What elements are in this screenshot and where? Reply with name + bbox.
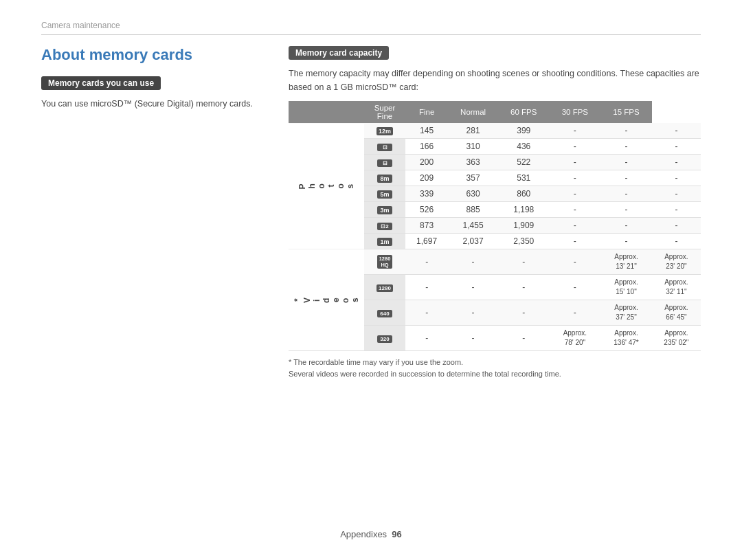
cell-fine: -: [448, 275, 498, 300]
cell-60fps: -: [550, 249, 601, 275]
cell-60fps: -: [550, 234, 601, 249]
left-body-text: You can use microSD™ (Secure Digital) me…: [41, 97, 261, 111]
left-section-badge: Memory cards you can use: [41, 76, 161, 90]
cell-30fps: -: [600, 234, 652, 249]
icon-cell: ⊡: [364, 139, 405, 155]
cell-sf: 209: [405, 170, 448, 186]
cell-30fps: -: [600, 186, 652, 202]
cell-normal: 1,198: [498, 202, 550, 218]
icon-cell: ⊟: [364, 155, 405, 170]
cell-60fps: -: [550, 170, 601, 186]
col-header-30fps: 30 FPS: [550, 101, 601, 123]
cell-fine: 1,455: [448, 218, 498, 234]
page-number: 96: [392, 529, 401, 539]
cell-sf: 873: [405, 218, 448, 234]
cell-30fps: -: [600, 202, 652, 218]
cell-sf: 1,697: [405, 234, 448, 249]
cell-sf: -: [405, 326, 448, 351]
cell-30fps: Approx.136' 47*: [600, 326, 652, 351]
breadcrumb-text: Camera maintenance: [41, 21, 120, 30]
cell-fine: -: [448, 300, 498, 326]
cell-60fps: -: [550, 186, 601, 202]
cell-60fps: -: [550, 300, 601, 326]
col-header-60fps: 60 FPS: [498, 101, 550, 123]
cell-normal: -: [498, 249, 550, 275]
cell-sf: 200: [405, 155, 448, 170]
capacity-table: Super Fine Fine Normal 60 FPS 30 FPS 15 …: [289, 101, 701, 351]
cell-60fps: -: [550, 202, 601, 218]
footer-note-1: * The recordable time may vary if you us…: [289, 357, 701, 368]
cell-normal: 860: [498, 186, 550, 202]
cell-normal: -: [498, 326, 550, 351]
cell-fine: 281: [448, 123, 498, 139]
cell-15fps: -: [652, 139, 701, 155]
cell-normal: 436: [498, 139, 550, 155]
cell-sf: 145: [405, 123, 448, 139]
cell-15fps: Approx.32' 11": [652, 275, 701, 300]
cell-sf: -: [405, 249, 448, 275]
cell-sf: 166: [405, 139, 448, 155]
cell-30fps: Approx.37' 25": [600, 300, 652, 326]
cell-30fps: -: [600, 155, 652, 170]
cell-fine: 885: [448, 202, 498, 218]
cell-normal: -: [498, 300, 550, 326]
icon-cell: 320: [364, 326, 405, 351]
cell-sf: 339: [405, 186, 448, 202]
cell-fine: -: [448, 249, 498, 275]
photos-group-label: Photos: [289, 123, 364, 249]
videos-group-label: *Videos: [289, 249, 364, 351]
col-header-sf: Super Fine: [364, 101, 405, 123]
cell-15fps: -: [652, 234, 701, 249]
cell-30fps: -: [600, 123, 652, 139]
cell-60fps: -: [550, 218, 601, 234]
icon-cell: 640: [364, 300, 405, 326]
footer-note-2: Several videos were recorded in successi…: [289, 368, 701, 380]
cell-normal: 522: [498, 155, 550, 170]
right-panel: Memory card capacity The memory capacity…: [289, 46, 701, 379]
appendixes-label: Appendixes: [340, 529, 387, 539]
cell-sf: -: [405, 275, 448, 300]
cell-15fps: -: [652, 155, 701, 170]
cell-30fps: -: [600, 170, 652, 186]
cell-sf: 526: [405, 202, 448, 218]
col-header-normal: Normal: [448, 101, 498, 123]
icon-cell: 12m: [364, 123, 405, 139]
col-header-fine: Fine: [405, 101, 448, 123]
cell-15fps: Approx.235' 02": [652, 326, 701, 351]
icon-cell: 5m: [364, 186, 405, 202]
cell-60fps: -: [550, 139, 601, 155]
icon-cell: 1m: [364, 234, 405, 249]
cell-15fps: Approx.66' 45": [652, 300, 701, 326]
col-header-15fps: 15 FPS: [600, 101, 652, 123]
cell-30fps: Approx.13' 21": [600, 249, 652, 275]
icon-cell: ⊡2: [364, 218, 405, 234]
table-row: *Videos 1280HQ - - - - Approx.13' 21" Ap…: [289, 249, 701, 275]
table-row: Photos 12m 145 281 399 - - -: [289, 123, 701, 139]
cell-normal: 1,909: [498, 218, 550, 234]
col-header-size: [289, 101, 364, 123]
page-title: About memory cards: [41, 46, 261, 64]
cell-fine: 310: [448, 139, 498, 155]
cell-sf: -: [405, 300, 448, 326]
cell-normal: -: [498, 275, 550, 300]
cell-30fps: -: [600, 139, 652, 155]
right-intro-text: The memory capacity may differ depending…: [289, 67, 701, 94]
cell-15fps: -: [652, 170, 701, 186]
cell-normal: 2,350: [498, 234, 550, 249]
right-section-badge: Memory card capacity: [289, 46, 389, 60]
cell-fine: -: [448, 326, 498, 351]
cell-normal: 399: [498, 123, 550, 139]
icon-cell: 3m: [364, 202, 405, 218]
cell-fine: 2,037: [448, 234, 498, 249]
cell-15fps: -: [652, 123, 701, 139]
cell-15fps: -: [652, 218, 701, 234]
cell-60fps: Approx.78' 20": [550, 326, 601, 351]
cell-15fps: Approx.23' 20": [652, 249, 701, 275]
cell-fine: 357: [448, 170, 498, 186]
left-panel: About memory cards Memory cards you can …: [41, 46, 261, 379]
cell-60fps: -: [550, 155, 601, 170]
cell-15fps: -: [652, 186, 701, 202]
icon-cell: 8m: [364, 170, 405, 186]
cell-30fps: -: [600, 218, 652, 234]
cell-15fps: -: [652, 202, 701, 218]
